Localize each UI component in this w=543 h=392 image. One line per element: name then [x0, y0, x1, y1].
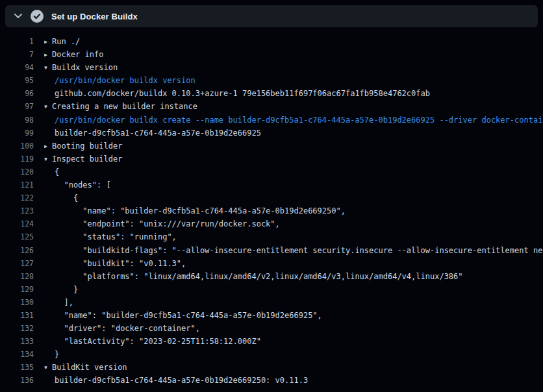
line-number-link[interactable]: 124: [0, 217, 34, 230]
output-text: "platforms": "linux/amd64,linux/amd64/v2…: [55, 270, 543, 283]
line-number-link[interactable]: 132: [0, 322, 34, 335]
line-number-link[interactable]: 100: [0, 140, 34, 153]
log-line: 127 "buildkit": "v0.11.3",: [0, 257, 543, 270]
log-line: 125 "status": "running",: [0, 230, 543, 243]
line-number-link[interactable]: 120: [0, 165, 34, 178]
group-title: Buildx version: [52, 63, 118, 72]
triangle-collapsed-icon: ▶: [44, 49, 52, 61]
log-line: 94▼Buildx version: [0, 61, 543, 74]
group-title: Docker info: [52, 50, 103, 59]
line-number-link[interactable]: 128: [0, 270, 34, 283]
line-number-link[interactable]: 94: [0, 61, 34, 74]
line-number-link[interactable]: 131: [0, 309, 34, 322]
output-text: "buildkit": "v0.11.3",: [55, 257, 543, 270]
line-number-link[interactable]: 125: [0, 230, 34, 243]
line-number-link[interactable]: 133: [0, 335, 34, 348]
line-number-link[interactable]: 7: [0, 48, 34, 61]
command-text: /usr/bin/docker buildx version: [55, 74, 543, 87]
log-group-toggle[interactable]: ▼BuildKit version: [44, 361, 543, 374]
step-title: Set up Docker Buildx: [51, 12, 138, 21]
log-group-toggle[interactable]: ▶Docker info: [44, 48, 543, 61]
line-number-link[interactable]: 123: [0, 204, 34, 217]
output-text: "buildkitd-flags": "--allow-insecure-ent…: [55, 244, 543, 257]
line-number-link[interactable]: 99: [0, 127, 34, 140]
output-text: "driver": "docker-container",: [55, 322, 543, 335]
output-text: }: [55, 283, 543, 296]
line-number-link[interactable]: 130: [0, 296, 34, 309]
output-text: {: [55, 191, 543, 204]
log-line: 1▶Run ./: [0, 35, 543, 48]
command-text: /usr/bin/docker buildx create --name bui…: [55, 114, 543, 127]
log-line: 100▶Booting builder: [0, 140, 543, 153]
check-circle-icon: [31, 10, 44, 23]
line-number-link[interactable]: 134: [0, 348, 34, 361]
log-line: 133 "lastActivity": "2023-02-25T11:58:12…: [0, 335, 543, 348]
log-line: 132 "driver": "docker-container",: [0, 322, 543, 335]
line-number-link[interactable]: 135: [0, 361, 34, 374]
output-text: }: [55, 348, 543, 361]
log-line: 123 "name": "builder-d9cfb5a1-c764-445a-…: [0, 204, 543, 217]
log-line: 95/usr/bin/docker buildx version: [0, 74, 543, 87]
log-line: 122 {: [0, 191, 543, 204]
log-line: 129 }: [0, 283, 543, 296]
log-line: 128 "platforms": "linux/amd64,linux/amd6…: [0, 270, 543, 283]
log-group-toggle[interactable]: ▶Booting builder: [44, 140, 543, 153]
output-text: "status": "running",: [55, 230, 543, 243]
log-group-toggle[interactable]: ▶Run ./: [44, 35, 543, 48]
line-number-link[interactable]: 95: [0, 74, 34, 87]
output-text: builder-d9cfb5a1-c764-445a-a57e-0b19d2e6…: [55, 127, 543, 140]
log-group-toggle[interactable]: ▼Buildx version: [44, 61, 543, 74]
line-number-link[interactable]: 127: [0, 257, 34, 270]
triangle-collapsed-icon: ▶: [44, 140, 52, 153]
log-line: 98/usr/bin/docker buildx create --name b…: [0, 114, 543, 127]
log-line: 136builder-d9cfb5a1-c764-445a-a57e-0b19d…: [0, 374, 543, 387]
line-number-link[interactable]: 121: [0, 178, 34, 191]
log-line: 119▼Inspect builder: [0, 153, 543, 165]
log-line: 96github.com/docker/buildx 0.10.3+azure-…: [0, 87, 543, 100]
step-header[interactable]: Set up Docker Buildx: [5, 5, 538, 27]
log-line: 97▼Creating a new builder instance: [0, 100, 543, 113]
output-text: "lastActivity": "2023-02-25T11:58:12.000…: [55, 335, 543, 348]
log-line: 131 "name": "builder-d9cfb5a1-c764-445a-…: [0, 309, 543, 322]
output-text: "name": "builder-d9cfb5a1-c764-445a-a57e…: [55, 204, 543, 217]
log-line: 126 "buildkitd-flags": "--allow-insecure…: [0, 244, 543, 257]
line-number-link[interactable]: 129: [0, 283, 34, 296]
log-group-toggle[interactable]: ▼Inspect builder: [44, 153, 543, 165]
output-text: ],: [55, 296, 543, 309]
line-number-link[interactable]: 126: [0, 244, 34, 257]
log-line: 134}: [0, 348, 543, 361]
line-number-link[interactable]: 136: [0, 374, 34, 387]
group-title: Run ./: [52, 37, 80, 46]
log-line: 120{: [0, 165, 543, 178]
line-number-link[interactable]: 97: [0, 100, 34, 113]
output-text: github.com/docker/buildx 0.10.3+azure-1 …: [55, 87, 543, 100]
line-number-link[interactable]: 1: [0, 35, 34, 48]
log-line: 135▼BuildKit version: [0, 361, 543, 374]
log-viewer: 1▶Run ./7▶Docker info94▼Buildx version95…: [0, 27, 543, 387]
output-text: "endpoint": "unix:///var/run/docker.sock…: [55, 217, 543, 230]
output-text: "nodes": [: [55, 178, 543, 191]
output-text: "name": "builder-d9cfb5a1-c764-445a-a57e…: [55, 309, 543, 322]
log-group-toggle[interactable]: ▼Creating a new builder instance: [44, 100, 543, 113]
line-number-link[interactable]: 98: [0, 114, 34, 127]
log-line: 121 "nodes": [: [0, 178, 543, 191]
triangle-expanded-icon: ▼: [44, 153, 52, 165]
group-title: BuildKit version: [52, 363, 127, 372]
output-text: {: [55, 165, 543, 178]
log-line: 124 "endpoint": "unix:///var/run/docker.…: [0, 217, 543, 230]
triangle-expanded-icon: ▼: [44, 62, 52, 74]
line-number-link[interactable]: 119: [0, 153, 34, 165]
line-number-link[interactable]: 96: [0, 87, 34, 100]
log-line: 99builder-d9cfb5a1-c764-445a-a57e-0b19d2…: [0, 127, 543, 140]
log-line: 7▶Docker info: [0, 48, 543, 61]
group-title: Creating a new builder instance: [52, 102, 197, 111]
log-line: 130 ],: [0, 296, 543, 309]
group-title: Inspect builder: [52, 154, 122, 164]
line-number-link[interactable]: 122: [0, 191, 34, 204]
output-text: builder-d9cfb5a1-c764-445a-a57e-0b19d2e6…: [55, 374, 543, 387]
triangle-expanded-icon: ▼: [44, 101, 52, 113]
triangle-collapsed-icon: ▶: [44, 36, 52, 48]
triangle-expanded-icon: ▼: [44, 361, 52, 374]
group-title: Booting builder: [52, 141, 122, 151]
chevron-down-icon[interactable]: [14, 14, 22, 19]
